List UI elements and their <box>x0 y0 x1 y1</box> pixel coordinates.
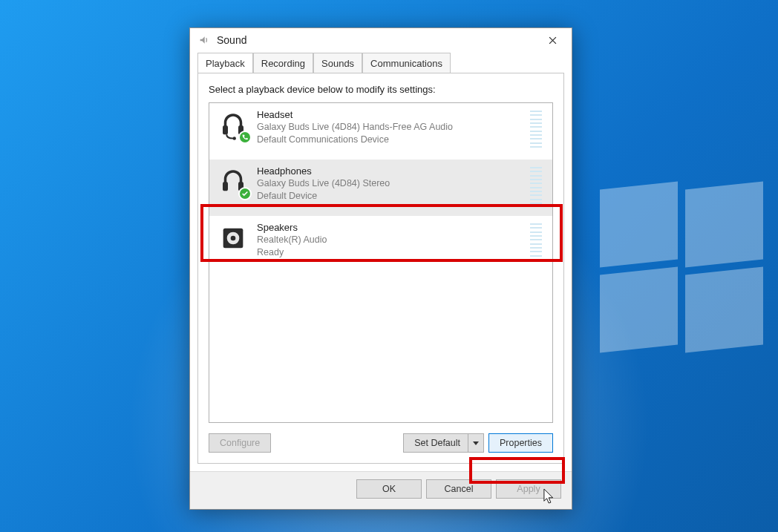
device-status: Default Device <box>257 190 523 203</box>
instruction-text: Select a playback device below to modify… <box>209 84 553 95</box>
headphones-icon <box>217 165 249 198</box>
headset-icon <box>217 109 249 142</box>
sound-app-icon <box>197 33 211 47</box>
device-row[interactable]: Headphones Galaxy Buds Live (4D84) Stere… <box>209 160 552 216</box>
close-icon <box>549 36 557 45</box>
check-badge-icon <box>238 187 252 200</box>
device-subtitle: Realtek(R) Audio <box>257 234 523 246</box>
properties-button[interactable]: Properties <box>488 433 553 453</box>
windows-logo-icon <box>600 185 763 349</box>
svg-point-7 <box>231 236 236 241</box>
device-row[interactable]: Speakers Realtek(R) Audio Ready <box>209 216 552 272</box>
level-meter-icon <box>530 222 542 262</box>
sound-dialog: Sound Playback Recording Sounds Communic… <box>189 27 572 510</box>
tab-strip: Playback Recording Sounds Communications <box>190 52 572 73</box>
device-status: Ready <box>257 246 523 259</box>
tab-recording[interactable]: Recording <box>253 53 313 73</box>
titlebar[interactable]: Sound <box>190 28 572 52</box>
svg-rect-3 <box>223 182 228 191</box>
dialog-footer: OK Cancel Apply <box>190 471 572 509</box>
svg-rect-0 <box>223 125 228 134</box>
device-name: Headset <box>257 109 523 120</box>
level-meter-icon <box>530 109 542 149</box>
device-subtitle: Galaxy Buds Live (4D84) Hands-Free AG Au… <box>257 121 523 134</box>
tab-communications[interactable]: Communications <box>362 53 451 73</box>
apply-button[interactable]: Apply <box>496 479 561 499</box>
ok-button[interactable]: OK <box>356 479 422 499</box>
phone-badge-icon <box>238 131 252 144</box>
tab-sounds[interactable]: Sounds <box>313 53 362 73</box>
chevron-down-icon <box>473 441 479 445</box>
device-list[interactable]: Headset Galaxy Buds Live (4D84) Hands-Fr… <box>209 102 553 423</box>
svg-point-2 <box>233 137 236 139</box>
device-name: Headphones <box>257 165 523 177</box>
device-row[interactable]: Headset Galaxy Buds Live (4D84) Hands-Fr… <box>209 103 552 160</box>
configure-button[interactable]: Configure <box>209 433 271 453</box>
set-default-dropdown[interactable] <box>468 434 483 452</box>
device-button-row: Configure Set Default Properties <box>209 423 553 453</box>
set-default-button[interactable]: Set Default <box>403 433 484 453</box>
speaker-icon <box>217 222 249 254</box>
device-subtitle: Galaxy Buds Live (4D84) Stereo <box>257 177 523 190</box>
window-title: Sound <box>217 34 246 46</box>
device-status: Default Communications Device <box>257 134 523 146</box>
level-meter-icon <box>530 165 542 206</box>
close-button[interactable] <box>537 30 567 50</box>
playback-tab-page: Select a playback device below to modify… <box>197 73 564 464</box>
set-default-label: Set Default <box>414 438 468 448</box>
cancel-button[interactable]: Cancel <box>426 479 491 499</box>
device-name: Speakers <box>257 222 523 233</box>
tab-playback[interactable]: Playback <box>197 53 253 73</box>
